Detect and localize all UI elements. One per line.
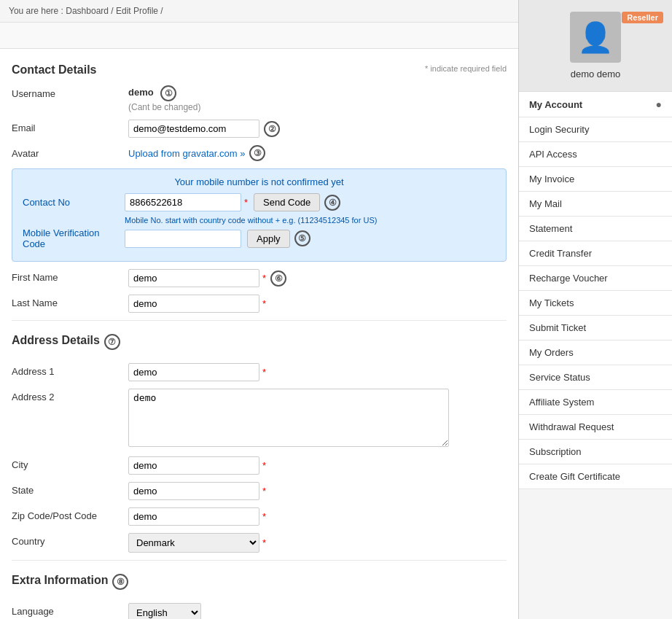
breadcrumb: You are here : Dashboard / Edit Profile …	[0, 0, 518, 23]
sidebar: 👤 Reseller demo demo My Account ● Login …	[519, 0, 672, 619]
sidebar-item-service-status[interactable]: Service Status	[519, 365, 672, 390]
sidebar-item-my-tickets[interactable]: My Tickets	[519, 291, 672, 316]
avatar-label: Avatar	[12, 145, 128, 159]
mobile-section: Your mobile number is not confirmed yet …	[12, 168, 507, 262]
send-code-button[interactable]: Send Code	[254, 193, 320, 211]
avatar: 👤	[570, 12, 621, 63]
sidebar-nav: My Account ● Login Security API Access M…	[519, 92, 672, 489]
step-6-indicator: ⑥	[270, 270, 286, 287]
language-select[interactable]: English Spanish French German	[128, 603, 201, 619]
city-label: City	[12, 456, 128, 470]
sidebar-item-subscription[interactable]: Subscription	[519, 440, 672, 464]
contact-no-label: Contact No	[23, 197, 125, 208]
zipcode-field[interactable]	[128, 507, 259, 526]
username-label: Username	[12, 85, 128, 99]
sidebar-item-withdrawal-request[interactable]: Withdrawal Request	[519, 415, 672, 440]
country-select[interactable]: Denmark United States United Kingdom Ger…	[128, 533, 259, 553]
step-5-indicator: ⑤	[294, 230, 310, 246]
firstname-field[interactable]	[128, 269, 259, 287]
city-field[interactable]	[128, 456, 259, 475]
lastname-label: Last Name	[12, 295, 128, 308]
sidebar-item-login-security[interactable]: Login Security	[519, 117, 672, 142]
apply-button[interactable]: Apply	[247, 230, 290, 248]
sidebar-item-api-access[interactable]: API Access	[519, 142, 672, 167]
sidebar-item-my-mail[interactable]: My Mail	[519, 192, 672, 217]
state-label: State	[12, 482, 128, 496]
lastname-field[interactable]	[128, 295, 259, 313]
email-label: Email	[12, 120, 128, 133]
sidebar-username: demo demo	[531, 69, 660, 79]
mobile-not-confirmed-msg: Your mobile number is not confirmed yet	[23, 176, 496, 187]
contact-details-header: Contact Details	[12, 63, 96, 77]
gravatar-link[interactable]: Upload from gravatar.com	[128, 148, 245, 159]
language-label: Language	[12, 603, 128, 617]
state-field[interactable]	[128, 482, 259, 500]
verification-code-label: Mobile Verification Code	[23, 227, 125, 249]
contact-no-field[interactable]	[125, 193, 241, 211]
extra-info-header: Extra Information	[12, 574, 108, 587]
required-note: * indicate required field	[425, 64, 507, 73]
sidebar-item-my-invoice[interactable]: My Invoice	[519, 167, 672, 192]
sidebar-item-statement[interactable]: Statement	[519, 217, 672, 241]
sidebar-item-affiliate-system[interactable]: Affiliate System	[519, 390, 672, 415]
sidebar-item-submit-ticket[interactable]: Submit Ticket	[519, 316, 672, 340]
username-value: demo	[128, 87, 154, 98]
step-8-indicator: ⑧	[112, 574, 128, 590]
mobile-hint: Mobile No. start with country code witho…	[125, 216, 496, 225]
sidebar-item-credit-transfer[interactable]: Credit Transfer	[519, 241, 672, 266]
address1-label: Address 1	[12, 363, 128, 377]
sidebar-item-create-gift-certificate[interactable]: Create Gift Certificate	[519, 464, 672, 489]
address1-field[interactable]	[128, 363, 259, 381]
step-7-indicator: ⑦	[104, 334, 120, 350]
zipcode-label: Zip Code/Post Code	[12, 507, 128, 521]
address2-label: Address 2	[12, 389, 128, 402]
sidebar-item-my-orders[interactable]: My Orders	[519, 340, 672, 365]
address-details-header: Address Details	[12, 334, 100, 347]
sidebar-item-my-account[interactable]: My Account ●	[519, 92, 672, 117]
sidebar-profile: 👤 Reseller demo demo	[519, 0, 672, 92]
step-1-indicator: ①	[160, 85, 176, 101]
verification-code-field[interactable]	[125, 230, 241, 248]
step-2-indicator: ②	[264, 121, 280, 137]
step-4-indicator: ④	[324, 195, 340, 211]
step-3-indicator: ③	[249, 145, 265, 161]
username-note: (Cant be changed)	[128, 102, 200, 112]
firstname-label: First Name	[12, 269, 128, 283]
reseller-badge: Reseller	[622, 12, 663, 23]
country-label: Country	[12, 533, 128, 547]
my-account-arrow-icon: ●	[656, 98, 662, 110]
address2-field[interactable]: demo	[128, 389, 449, 447]
email-field[interactable]	[128, 120, 259, 138]
sidebar-item-recharge-voucher[interactable]: Recharge Voucher	[519, 266, 672, 291]
